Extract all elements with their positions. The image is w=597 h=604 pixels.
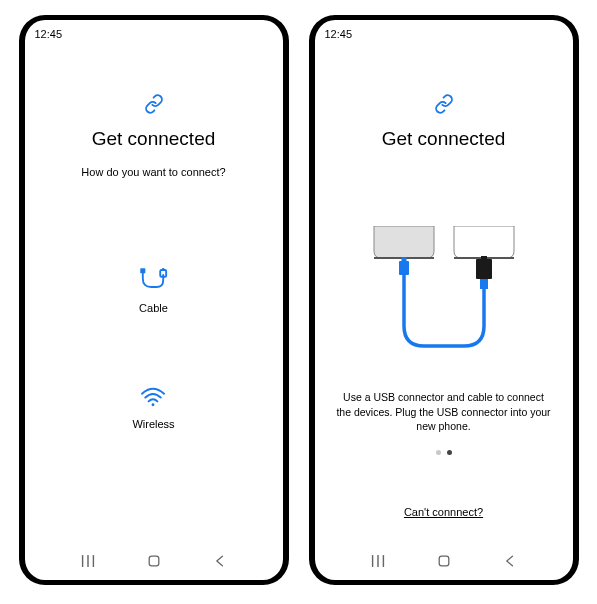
pager-dot[interactable] [436,450,441,455]
svg-rect-12 [476,259,492,279]
svg-point-3 [152,403,155,406]
connection-options: Cable Wireless [132,268,174,430]
screen-content: Get connected How do you want to connect… [25,44,283,542]
screen-content: Get connected Use a USB connector a [315,44,573,542]
pager-dot[interactable] [447,450,452,455]
nav-back[interactable] [500,551,520,571]
nav-home[interactable] [434,551,454,571]
option-wireless[interactable]: Wireless [132,384,174,430]
wifi-icon [139,384,167,410]
page-title: Get connected [92,128,216,150]
nav-back[interactable] [210,551,230,571]
svg-rect-0 [141,268,146,273]
status-bar: 12:45 [25,20,283,44]
link-icon [144,94,164,114]
svg-rect-7 [149,556,159,566]
option-cable-label: Cable [139,302,168,314]
status-bar: 12:45 [315,20,573,44]
help-link[interactable]: Can't connnect? [404,506,483,518]
svg-rect-13 [481,256,487,260]
link-icon [434,94,454,114]
cable-icon [136,268,170,294]
nav-home[interactable] [144,551,164,571]
nav-recents[interactable] [78,551,98,571]
option-wireless-label: Wireless [132,418,174,430]
status-time: 12:45 [35,28,63,40]
phone-frame-right: 12:45 Get connected [309,15,579,585]
instruction-text: Use a USB connector and cable to connect… [315,390,573,434]
phone-frame-left: 12:45 Get connected How do you want to c… [19,15,289,585]
svg-rect-11 [401,257,406,262]
svg-rect-18 [439,556,449,566]
navigation-bar [25,542,283,580]
pager-dots [436,450,452,455]
page-title: Get connected [382,128,506,150]
nav-recents[interactable] [368,551,388,571]
svg-rect-10 [399,261,409,275]
cable-illustration [354,226,534,376]
navigation-bar [315,542,573,580]
status-time: 12:45 [325,28,353,40]
option-cable[interactable]: Cable [136,268,170,314]
page-subtitle: How do you want to connect? [81,166,225,178]
